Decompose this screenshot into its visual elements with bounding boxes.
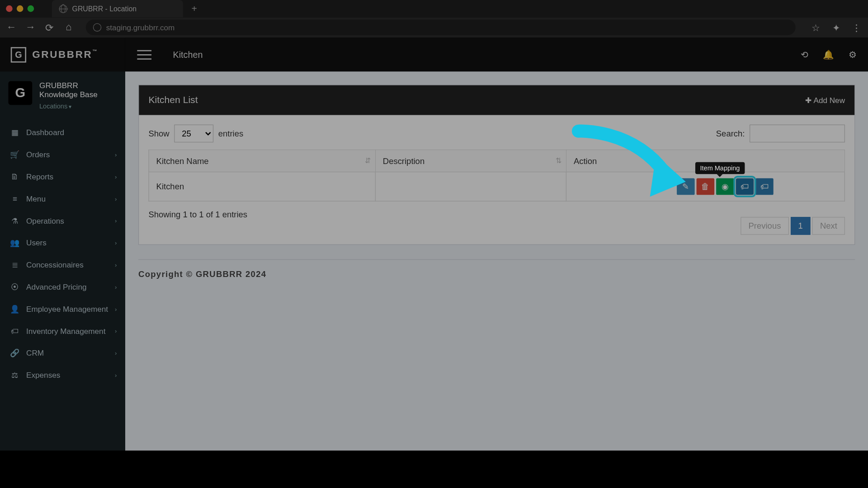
sidebar-item-concessionaires[interactable]: ≣Concessionaires› <box>0 254 125 276</box>
sidebar-item-label: Employee Management <box>26 305 108 314</box>
chevron-right-icon: › <box>115 217 117 224</box>
sidebar-item-crm[interactable]: 🔗CRM› <box>0 342 125 364</box>
page-previous[interactable]: Previous <box>741 217 788 235</box>
datatable-controls: Show 25 entries Search: <box>148 125 845 143</box>
add-new-button[interactable]: ✚ Add New <box>805 96 845 105</box>
status-button[interactable]: ◉ <box>716 178 734 195</box>
cell-kitchen-name: Kitchen <box>149 172 375 202</box>
sidebar-item-label: Dashboard <box>26 128 64 137</box>
sidebar-item-label: Concessionaires <box>26 260 84 269</box>
sidebar-item-icon: 🔗 <box>9 349 20 358</box>
sidebar-item-icon: 👥 <box>9 239 20 248</box>
home-button[interactable]: ⌂ <box>63 21 74 33</box>
notifications-icon[interactable]: 🔔 <box>823 49 834 60</box>
search-label: Search: <box>716 129 745 138</box>
footer-copyright: Copyright © GRUBBRR 2024 <box>138 269 855 279</box>
minimize-window-icon[interactable] <box>17 5 24 12</box>
sidebar: G GRUBBRR™ G GRUBBRR Knowledge Base Loca… <box>0 38 125 488</box>
search-input[interactable] <box>750 125 845 143</box>
url-bar[interactable]: staging.grubbrr.com <box>86 20 796 35</box>
page-size-select[interactable]: 25 <box>174 125 213 143</box>
browser-toolbar: ← → ⟳ ⌂ staging.grubbrr.com ☆ ✦ ⋮ <box>0 17 868 38</box>
forward-button[interactable]: → <box>25 21 36 33</box>
sidebar-item-icon: 🗎 <box>9 172 20 181</box>
sidebar-item-orders[interactable]: 🛒Orders› <box>0 144 125 166</box>
cell-actions: ✎🗑◉🏷🏷 <box>566 172 844 202</box>
panel-header: Kitchen List ✚ Add New <box>139 85 854 115</box>
sidebar-item-employee-management[interactable]: 👤Employee Management› <box>0 298 125 320</box>
refresh-icon[interactable]: ⟲ <box>801 49 808 60</box>
show-label: Show <box>148 129 169 138</box>
sidebar-item-dashboard[interactable]: ▦Dashboard <box>0 122 125 144</box>
col-description[interactable]: Description ⇅ <box>375 150 566 172</box>
sidebar-item-menu[interactable]: ≡Menu› <box>0 188 125 210</box>
browser-menu-icon[interactable]: ⋮ <box>850 22 862 33</box>
divider <box>138 259 855 260</box>
close-window-icon[interactable] <box>6 5 13 12</box>
cell-description <box>375 172 566 202</box>
new-tab-button[interactable]: + <box>191 3 197 14</box>
maximize-window-icon[interactable] <box>28 5 34 12</box>
chevron-right-icon: › <box>115 196 117 202</box>
browser-tab[interactable]: GRUBRR - Location <box>52 0 183 17</box>
org-name-line1: GRUBBRR <box>39 81 98 90</box>
brand[interactable]: G GRUBBRR™ <box>0 38 125 71</box>
brand-logo-icon: G <box>11 47 26 62</box>
bookmark-star-icon[interactable]: ☆ <box>810 22 821 33</box>
sidebar-item-label: Users <box>26 239 47 248</box>
browser-tab-strip: GRUBRR - Location + <box>0 0 868 17</box>
back-button[interactable]: ← <box>6 21 17 33</box>
topbar: Kitchen ⟲ 🔔 ⚙ <box>125 38 868 71</box>
settings-gear-icon[interactable]: ⚙ <box>849 49 856 60</box>
page-next[interactable]: Next <box>812 217 845 235</box>
globe-icon <box>59 5 67 13</box>
sidebar-item-expenses[interactable]: ⚖Expenses› <box>0 364 125 386</box>
org-name-line2: Knowledge Base <box>39 90 98 99</box>
item-mapping-tooltip: Item Mapping <box>695 162 745 174</box>
edit-button[interactable]: ✎ <box>677 178 695 195</box>
chevron-right-icon: › <box>115 306 117 313</box>
sidebar-item-icon: 👤 <box>9 305 20 314</box>
avatar[interactable]: G <box>8 81 32 105</box>
sidebar-item-label: Inventory Management <box>26 327 105 336</box>
sidebar-item-reports[interactable]: 🗎Reports› <box>0 166 125 188</box>
sidebar-toggle-icon[interactable] <box>137 50 151 59</box>
user-panel: G GRUBBRR Knowledge Base Locations <box>0 71 125 116</box>
site-info-icon[interactable] <box>93 23 101 31</box>
sidebar-item-label: Reports <box>26 172 53 181</box>
panel-title: Kitchen List <box>148 95 198 106</box>
sort-icon: ⇵ <box>365 157 369 165</box>
table-row: Kitchen✎🗑◉🏷🏷 <box>149 172 844 202</box>
extensions-icon[interactable]: ✦ <box>830 22 842 33</box>
kitchen-table: Kitchen Name ⇵ Description ⇅ Action <box>148 150 845 202</box>
delete-button[interactable]: 🗑 <box>697 178 715 195</box>
locations-dropdown[interactable]: Locations <box>39 103 98 110</box>
url-text: staging.grubbrr.com <box>106 23 175 32</box>
tab-title: GRUBRR - Location <box>72 5 137 13</box>
sidebar-item-icon: ⚖ <box>9 371 20 380</box>
sidebar-item-advanced-pricing[interactable]: ⦿Advanced Pricing› <box>0 276 125 298</box>
entries-label: entries <box>218 129 243 138</box>
page-1[interactable]: 1 <box>790 217 811 235</box>
window-controls[interactable] <box>6 5 34 12</box>
chevron-right-icon: › <box>115 262 117 268</box>
pagination: Previous 1 Next <box>741 217 845 235</box>
sidebar-item-inventory-management[interactable]: 🏷Inventory Management› <box>0 320 125 342</box>
item-mapping-button[interactable]: 🏷 <box>736 178 754 195</box>
chevron-right-icon: › <box>115 284 117 291</box>
sidebar-item-operations[interactable]: ⚗Operations› <box>0 210 125 232</box>
chevron-right-icon: › <box>115 328 117 334</box>
sidebar-item-label: Orders <box>26 150 50 159</box>
sidebar-item-icon: 🛒 <box>9 150 20 159</box>
sidebar-item-label: Advanced Pricing <box>26 282 86 291</box>
sidebar-item-label: CRM <box>26 349 44 358</box>
col-kitchen-name[interactable]: Kitchen Name ⇵ <box>149 150 375 172</box>
tags-button[interactable]: 🏷 <box>755 178 774 195</box>
reload-button[interactable]: ⟳ <box>44 21 55 34</box>
sidebar-item-users[interactable]: 👥Users› <box>0 232 125 254</box>
sidebar-item-icon: ⦿ <box>9 282 20 291</box>
page-title: Kitchen <box>173 49 203 59</box>
sidebar-item-label: Menu <box>26 194 46 203</box>
sidebar-item-icon: ▦ <box>9 128 20 137</box>
sort-icon: ⇅ <box>556 157 560 165</box>
